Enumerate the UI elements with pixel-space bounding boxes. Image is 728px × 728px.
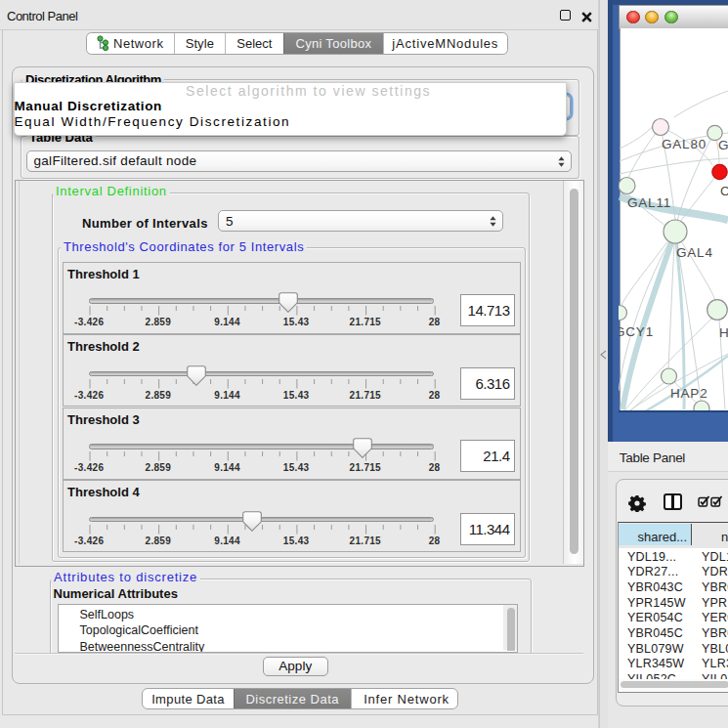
svg-text:GA: GA [718,138,728,152]
svg-text:CR: CR [720,184,728,198]
svg-text:GAL4: GAL4 [676,245,713,260]
svg-text:HAP2: HAP2 [670,386,707,401]
svg-text:GAL11: GAL11 [627,195,671,210]
svg-text:HI: HI [719,325,728,340]
svg-text:GAL80: GAL80 [662,137,707,151]
svg-text:GCY1: GCY1 [619,324,654,339]
